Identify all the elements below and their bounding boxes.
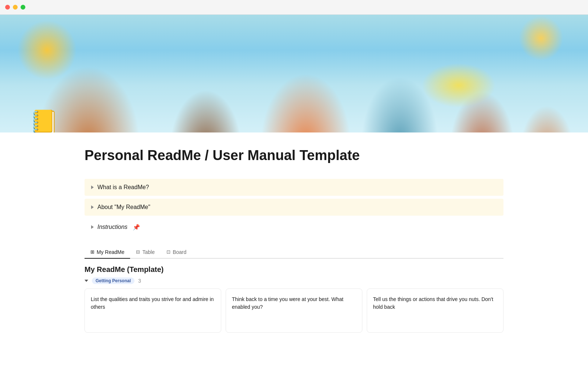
hero-illustration	[0, 15, 588, 132]
minimize-button[interactable]	[13, 5, 18, 10]
grid-icon: ⊞	[90, 249, 94, 255]
chevron-right-icon	[91, 225, 94, 229]
chevron-right-icon	[91, 185, 94, 189]
tabs-container: ⊞ My ReadMe ⊟ Table ⊡ Board	[85, 246, 503, 259]
cards-grid: List the qualities and traits you strive…	[85, 289, 503, 333]
hero-overlay	[0, 15, 588, 132]
tab-table[interactable]: ⊟ Table	[130, 246, 160, 259]
tab-label: Table	[142, 249, 154, 255]
callout-what-is-readme[interactable]: What is a ReadMe?	[85, 179, 503, 196]
card-text: Tell us the things or actions that drive…	[373, 296, 493, 310]
tab-board[interactable]: ⊡ Board	[161, 246, 192, 259]
card-text: Think back to a time you were at your be…	[232, 296, 343, 310]
maximize-button[interactable]	[21, 5, 25, 10]
book-icon: 📒	[29, 109, 59, 132]
card-text: List the qualities and traits you strive…	[91, 296, 214, 310]
tab-label: My ReadMe	[97, 249, 124, 255]
card-1[interactable]: List the qualities and traits you strive…	[85, 289, 221, 333]
tab-label: Board	[173, 249, 186, 255]
page-title: Personal ReadMe / User Manual Template	[85, 147, 503, 164]
main-content: Personal ReadMe / User Manual Template W…	[55, 132, 533, 347]
board-icon: ⊡	[166, 249, 171, 255]
pin-icon: 📌	[133, 224, 140, 231]
category-toggle[interactable]	[85, 280, 88, 282]
chevron-right-icon	[91, 205, 94, 209]
card-3[interactable]: Tell us the things or actions that drive…	[367, 289, 503, 333]
tab-my-readme[interactable]: ⊞ My ReadMe	[85, 246, 130, 259]
category-badge: Getting Personal	[92, 277, 135, 284]
category-count: 3	[138, 278, 141, 284]
callout-label: About "My ReadMe"	[97, 204, 150, 210]
close-button[interactable]	[5, 5, 10, 10]
section-title: My ReadMe (Template)	[85, 265, 503, 274]
category-row: Getting Personal 3	[85, 277, 503, 284]
table-icon: ⊟	[136, 249, 140, 255]
callout-label: What is a ReadMe?	[97, 184, 149, 191]
title-bar	[0, 0, 588, 15]
callout-about-readme[interactable]: About "My ReadMe"	[85, 199, 503, 216]
callout-instructions[interactable]: Instructions 📌	[85, 219, 503, 236]
callout-label: Instructions	[97, 224, 128, 230]
card-2[interactable]: Think back to a time you were at your be…	[226, 289, 362, 333]
hero-banner: 📒	[0, 15, 588, 132]
